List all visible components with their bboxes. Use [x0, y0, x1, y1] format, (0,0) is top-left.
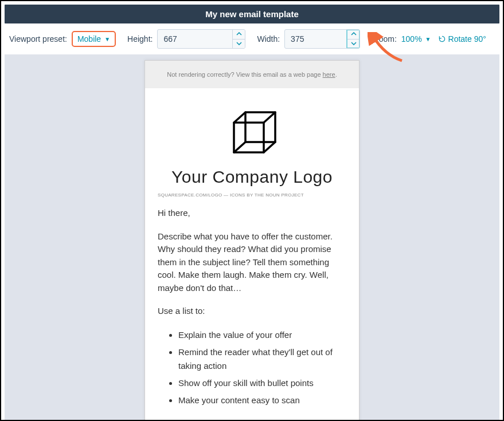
- viewport-preset-label: Viewport preset:: [9, 34, 67, 44]
- cta-link[interactable]: LINK TO A LANDING PAGE ON YOUR SITE: [158, 419, 328, 422]
- window-title: My new email template: [205, 9, 299, 19]
- window-titlebar: My new email template: [5, 5, 499, 23]
- rotate-button[interactable]: Rotate 90°: [438, 34, 486, 44]
- viewport-preset-value: Mobile: [77, 34, 101, 44]
- logo-text: Your Company Logo: [158, 167, 346, 187]
- svg-line-3: [264, 112, 275, 123]
- email-frame: Not rendering correctly? View this email…: [144, 60, 360, 421]
- cube-icon: [224, 105, 281, 163]
- view-as-webpage: Not rendering correctly? View this email…: [145, 61, 359, 88]
- width-spinner: [347, 30, 360, 48]
- width-up-button[interactable]: [347, 30, 360, 40]
- height-label: Height:: [127, 34, 153, 44]
- email-greeting: Hi there,: [158, 207, 346, 220]
- view-web-text: Not rendering correctly? View this email…: [167, 71, 322, 78]
- rotate-icon: [438, 35, 446, 43]
- zoom-label: Zoom:: [374, 34, 397, 44]
- preview-canvas: Not rendering correctly? View this email…: [5, 54, 499, 421]
- chevron-down-icon: ▼: [104, 36, 110, 42]
- list-item: Explain the value of your offer: [178, 328, 346, 342]
- rotate-label: Rotate 90°: [448, 34, 486, 44]
- svg-line-2: [234, 112, 245, 123]
- toolbar: Viewport preset: Mobile ▼ Height: Width:: [5, 23, 499, 54]
- chevron-down-icon: [351, 42, 357, 45]
- chevron-down-icon: [236, 42, 242, 45]
- view-web-suffix: .: [335, 71, 337, 78]
- zoom-select[interactable]: 100% ▼: [401, 34, 431, 44]
- view-web-link[interactable]: here: [323, 71, 335, 78]
- height-spinner: [232, 30, 245, 48]
- chevron-up-icon: [236, 32, 242, 36]
- email-intro: Describe what you have to offer the cust…: [158, 230, 346, 295]
- list-item: Make your content easy to scan: [178, 394, 346, 407]
- viewport-preset-select[interactable]: Mobile ▼: [72, 31, 116, 47]
- list-item: Show off your skill with bullet points: [178, 376, 346, 390]
- chevron-up-icon: [351, 32, 357, 36]
- height-input[interactable]: [158, 30, 232, 48]
- width-label: Width:: [257, 34, 280, 44]
- list-item: Remind the reader what they'll get out o…: [178, 345, 346, 373]
- email-body: Your Company Logo SQUARESPACE.COM/LOGO —…: [145, 88, 359, 421]
- zoom-value: 100%: [401, 34, 422, 44]
- width-input[interactable]: [285, 30, 347, 48]
- svg-line-4: [264, 142, 275, 152]
- width-down-button[interactable]: [347, 40, 360, 49]
- height-down-button[interactable]: [233, 40, 245, 49]
- svg-line-5: [234, 142, 245, 152]
- chevron-down-icon: ▼: [425, 36, 431, 42]
- logo-block: Your Company Logo: [158, 105, 346, 187]
- email-bullets: Explain the value of your offer Remind t…: [178, 328, 346, 407]
- height-field[interactable]: [157, 29, 245, 49]
- width-field[interactable]: [284, 29, 360, 49]
- height-up-button[interactable]: [233, 30, 245, 40]
- cta-block: LINK TO A LANDING PAGE ON YOUR SITE (Thi…: [158, 418, 346, 422]
- logo-subtext: SQUARESPACE.COM/LOGO — ICONS BY THE NOUN…: [158, 192, 346, 198]
- list-intro: Use a list to:: [158, 305, 346, 318]
